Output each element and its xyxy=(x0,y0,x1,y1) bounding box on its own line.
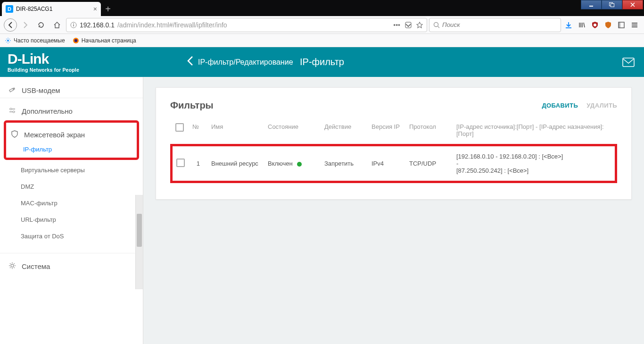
bookmarks-bar: Часто посещаемые Начальная страница xyxy=(0,34,644,47)
sidebar-subitem-label: DMZ xyxy=(21,183,34,190)
window-minimize-button[interactable] xyxy=(581,0,602,9)
add-filter-button[interactable]: ДОБАВИТЬ xyxy=(542,102,578,109)
cell-action: Запретить xyxy=(321,145,368,182)
svg-rect-1 xyxy=(610,3,613,6)
bookmark-start-page[interactable]: Начальная страница xyxy=(73,37,136,44)
chevron-left-icon xyxy=(187,55,193,69)
cell-name: Внешний ресурс xyxy=(207,145,264,182)
addon-shield-icon[interactable] xyxy=(604,21,612,29)
sidebar-subitem-ip-filter[interactable]: IP-фильтр xyxy=(6,141,137,156)
cell-state: Включен xyxy=(264,145,321,182)
sidebar-item-usb-modem[interactable]: USB-модем xyxy=(0,77,143,98)
th-state: Состояние xyxy=(264,119,321,145)
browser-navbar: 192.168.0.1/admin/index.html#/firewall/i… xyxy=(0,16,644,34)
nav-back-button[interactable] xyxy=(4,18,17,32)
sidebar-item-label: USB-модем xyxy=(22,86,60,94)
select-all-checkbox[interactable] xyxy=(175,123,184,132)
svg-rect-6 xyxy=(405,22,411,28)
nav-reload-button[interactable] xyxy=(34,18,48,32)
sidebar-subitem-virtual-servers[interactable]: Виртуальные серверы xyxy=(0,162,143,178)
sidebar-item-label: Система xyxy=(22,262,50,270)
nav-forward-button[interactable] xyxy=(19,18,32,32)
svg-rect-5 xyxy=(73,23,74,24)
sidebar-subitem-dmz[interactable]: DMZ xyxy=(0,178,143,195)
svg-rect-14 xyxy=(623,58,634,67)
svg-point-7 xyxy=(434,22,438,26)
url-bar[interactable]: 192.168.0.1/admin/index.html#/firewall/i… xyxy=(66,18,427,32)
delete-filter-button[interactable]: УДАЛИТЬ xyxy=(586,102,617,109)
page-title: IP-фильтр xyxy=(300,57,344,67)
breadcrumb-label: IP-фильтр/Редактирование xyxy=(198,58,293,67)
downloads-icon[interactable] xyxy=(565,21,572,29)
back-to-parent-button[interactable]: IP-фильтр/Редактирование xyxy=(181,47,299,77)
sidebar-subitem-label: URL-фильтр xyxy=(21,216,56,223)
sidebar-item-label: Дополнительно xyxy=(22,107,73,115)
cell-proto: TCP/UDP xyxy=(405,145,453,182)
search-input[interactable] xyxy=(442,21,557,28)
router-admin-app: D-Link Building Networks for People IP-ф… xyxy=(0,47,644,344)
table-header-row: № Имя Состояние Действие Версия IP Прото… xyxy=(172,119,616,145)
sidebar-item-system[interactable]: Система xyxy=(0,253,143,274)
firefox-icon xyxy=(73,37,79,44)
bookmark-most-visited[interactable]: Часто посещаемые xyxy=(5,37,65,44)
main-content: Фильтры ДОБАВИТЬ УДАЛИТЬ № Имя Состояние xyxy=(143,77,644,344)
sidebar-subitem-label: Виртуальные серверы xyxy=(21,167,85,174)
th-address: [IP-адрес источника]:[Порт] - [IP-адрес … xyxy=(453,119,616,145)
nav-home-button[interactable] xyxy=(50,18,64,32)
page-action-ellipsis-icon[interactable]: ••• xyxy=(393,21,400,29)
sidebar-group-firewall-highlight: Межсетевой экран IP-фильтр xyxy=(4,120,139,160)
svg-rect-2 xyxy=(611,4,614,7)
sidebar-toggle-icon[interactable] xyxy=(618,21,625,29)
url-right-icons: ••• xyxy=(393,21,423,29)
hamburger-menu-icon[interactable] xyxy=(631,21,638,29)
th-proto: Протокол xyxy=(405,119,453,145)
th-num: № xyxy=(189,119,207,145)
cell-ipver: IPv4 xyxy=(368,145,405,182)
browser-tab-active[interactable]: D DIR-825ACG1 × xyxy=(2,2,101,16)
sidebar-item-advanced[interactable]: Дополнительно xyxy=(0,98,143,118)
svg-point-8 xyxy=(594,24,596,26)
sidebar-subitem-dos-protection[interactable]: Защита от DoS xyxy=(0,228,143,244)
row-checkbox[interactable] xyxy=(176,159,185,167)
svg-point-19 xyxy=(11,264,14,267)
card-title: Фильтры xyxy=(170,100,214,111)
logo-text: D-Link xyxy=(8,52,143,66)
library-icon[interactable] xyxy=(578,21,586,29)
th-name: Имя xyxy=(207,119,264,145)
window-controls xyxy=(581,0,643,9)
svg-point-13 xyxy=(74,39,77,42)
bookmark-star-icon[interactable] xyxy=(416,22,423,28)
logo-box: D-Link Building Networks for People xyxy=(0,47,143,77)
sidebar-scrollbar[interactable] xyxy=(135,195,143,289)
svg-point-17 xyxy=(10,108,12,110)
filters-card: Фильтры ДОБАВИТЬ УДАЛИТЬ № Имя Состояние xyxy=(156,87,632,200)
url-path: /admin/index.html#/firewall/ipfilter/inf… xyxy=(117,21,390,29)
addr-dst: [87.250.250.242] : [<Все>] xyxy=(456,167,611,174)
tab-close-icon[interactable]: × xyxy=(93,5,97,13)
new-tab-button[interactable]: + xyxy=(101,2,115,16)
svg-rect-0 xyxy=(589,6,593,7)
th-action: Действие xyxy=(321,119,368,145)
sidebar-subitem-url-filter[interactable]: URL-фильтр xyxy=(0,211,143,228)
window-maximize-button[interactable] xyxy=(602,0,622,9)
app-header: D-Link Building Networks for People IP-ф… xyxy=(0,47,644,77)
status-dot-icon xyxy=(297,162,302,167)
sidebar-item-firewall[interactable]: Межсетевой экран xyxy=(6,125,137,141)
notifications-mail-button[interactable] xyxy=(622,58,635,67)
tab-title: DIR-825ACG1 xyxy=(16,6,91,12)
cell-address: [192.168.0.10 - 192.168.0.20] : [<Все>] … xyxy=(453,145,616,182)
scrollbar-thumb[interactable] xyxy=(137,214,142,247)
window-close-button[interactable] xyxy=(622,0,643,9)
reader-dropdown-icon[interactable] xyxy=(405,22,412,28)
ublock-shield-icon[interactable] xyxy=(591,21,599,29)
shield-icon xyxy=(10,130,19,139)
spark-icon xyxy=(5,37,11,44)
sidebar-subitem-mac-filter[interactable]: MAC-фильтр xyxy=(0,195,143,211)
browser-tab-strip: D DIR-825ACG1 × + xyxy=(0,0,644,16)
logo-subtitle: Building Networks for People xyxy=(8,67,143,73)
url-host: 192.168.0.1 xyxy=(80,21,115,29)
search-bar[interactable] xyxy=(429,18,561,32)
bookmark-label: Начальная страница xyxy=(82,37,136,44)
table-row[interactable]: 1 Внешний ресурс Включен Запретить IPv4 … xyxy=(172,145,616,182)
search-icon xyxy=(433,22,439,28)
